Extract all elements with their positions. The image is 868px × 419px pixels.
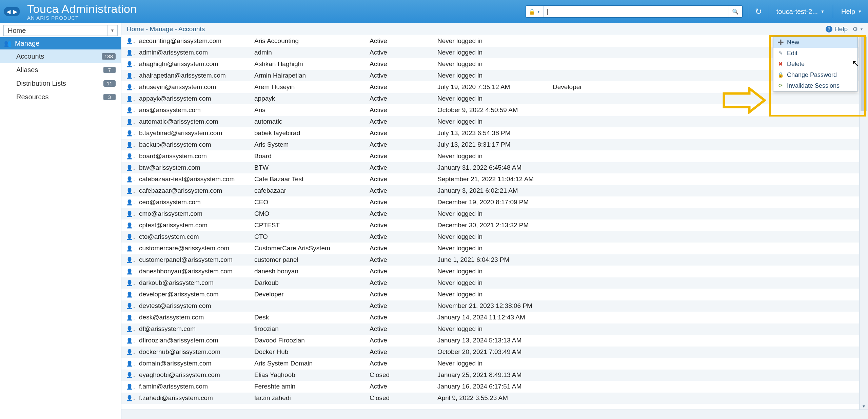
search-input[interactable] — [544, 8, 729, 15]
scrollbar-thumb[interactable] — [861, 37, 867, 111]
nav-history: ◀ ▶ — [4, 7, 20, 16]
table-row[interactable]: 👤btw@arissystem.comBTWActiveJanuary 31, … — [121, 162, 868, 173]
table-row[interactable]: 👤ahuseyin@arissystem.comArem HuseyinActi… — [121, 81, 868, 93]
row-last-login: Never logged in — [434, 277, 549, 289]
table-row[interactable]: 👤customerpanel@arissystem.comcustomer pa… — [121, 254, 868, 266]
chevron-down-icon: ▼ — [858, 9, 862, 14]
row-email: cto@arissystem.com — [136, 231, 251, 243]
user-icon: 👤 — [126, 268, 136, 275]
sidebar-item-accounts[interactable]: Accounts138 — [0, 49, 121, 63]
table-row[interactable]: 👤customercare@arissystem.comCustomerCare… — [121, 243, 868, 254]
table-row[interactable]: 👤f.zahedi@arissystem.comfarzin zahediClo… — [121, 392, 868, 404]
table-row[interactable]: 👤eyaghoobi@arissystem.comElias YaghoobiC… — [121, 369, 868, 381]
table-row[interactable]: 👤ahairapetian@arissystem.comArmin Hairap… — [121, 70, 868, 81]
invalidate_sessions-icon: ⟳ — [777, 83, 784, 89]
row-email: eyaghoobi@arissystem.com — [136, 369, 251, 381]
row-role — [549, 208, 631, 219]
table-row[interactable]: 👤daneshbonyan@arissystem.comdanesh bonya… — [121, 266, 868, 277]
home-dropdown[interactable]: Home ▼ — [3, 25, 118, 36]
table-row[interactable]: 👤ceo@arissystem.comCEOActiveDecember 19,… — [121, 196, 868, 208]
row-role — [549, 139, 631, 150]
table-row[interactable]: 👤backup@arissystem.comAris SystemActiveJ… — [121, 139, 868, 150]
row-last-login: September 21, 2022 11:04:12 AM — [434, 173, 549, 185]
context-menu-delete[interactable]: ✖Delete — [773, 59, 857, 69]
help-menu[interactable]: Help ▼ — [839, 8, 864, 16]
table-row[interactable]: 👤cafebazaar-test@arissystem.comCafe Baza… — [121, 173, 868, 185]
row-status: Active — [366, 116, 434, 127]
row-name: cafebazaar — [251, 185, 366, 196]
context-menu-new[interactable]: ➕New — [773, 37, 857, 48]
row-icon-cell: 👤 — [121, 266, 136, 277]
sidebar: Home ▼ 👥 Manage Accounts138Aliases7Distr… — [0, 23, 121, 419]
row-name — [251, 300, 366, 312]
row-icon-cell: 👤 — [121, 139, 136, 150]
table-row[interactable]: 👤board@arissystem.comBoardActiveNever lo… — [121, 150, 868, 162]
table-row[interactable]: 👤domain@arissystem.comAris System Domain… — [121, 358, 868, 369]
nav-back-button[interactable]: ◀ — [5, 8, 12, 15]
table-row[interactable]: 👤admin@arissystem.comadminActiveNever lo… — [121, 47, 868, 58]
row-email: appayk@arissystem.com — [136, 93, 251, 104]
separator — [749, 5, 749, 18]
row-last-login: January 31, 2022 6:45:48 AM — [434, 162, 549, 173]
table-row[interactable]: 👤cto@arissystem.comCTOActiveNever logged… — [121, 231, 868, 243]
row-icon-cell: 👤 — [121, 173, 136, 185]
row-status: Active — [366, 300, 434, 312]
row-status: Active — [366, 70, 434, 81]
row-status: Active — [366, 231, 434, 243]
table-row[interactable]: 👤aris@arissystem.comArisActiveOctober 9,… — [121, 104, 868, 116]
user-icon: 👤 — [126, 106, 136, 113]
gear-icon[interactable]: ⚙ — [852, 25, 858, 33]
row-role — [549, 173, 631, 185]
table-row[interactable]: 👤desk@arissystem.comDeskActiveJanuary 14… — [121, 312, 868, 323]
table-row[interactable]: 👤devtest@arissystem.comActiveNovember 21… — [121, 300, 868, 312]
table-row[interactable]: 👤automatic@arissystem.comautomaticActive… — [121, 116, 868, 127]
row-icon-cell: 👤 — [121, 185, 136, 196]
table-row[interactable]: 👤cafebazaar@arissystem.comcafebazaarActi… — [121, 185, 868, 196]
separator — [833, 5, 833, 18]
search-scope-dropdown[interactable]: 🔒 ▼ — [526, 6, 544, 17]
context-menu-change_password[interactable]: 🔒Change Password — [773, 69, 857, 80]
row-last-login: Never logged in — [434, 208, 549, 219]
row-name: automatic — [251, 116, 366, 127]
row-role — [549, 243, 631, 254]
row-last-login: Never logged in — [434, 243, 549, 254]
table-row[interactable]: 👤b.tayebirad@arissystem.combabek tayebir… — [121, 127, 868, 139]
table-row[interactable]: 👤cptest@arissystem.comCPTESTActiveDecemb… — [121, 219, 868, 231]
context-menu-label: New — [787, 39, 799, 46]
context-menu-edit[interactable]: ✎Edit — [773, 48, 857, 59]
table-row[interactable]: 👤darkoub@arissystem.comDarkoubActiveNeve… — [121, 277, 868, 289]
user-icon: 👤 — [126, 371, 136, 378]
context-menu-invalidate_sessions[interactable]: ⟳Invalidate Sessions — [773, 80, 857, 91]
context-help-button[interactable]: ? Help — [826, 25, 848, 33]
user-icon: 👤 — [126, 348, 136, 355]
nav-forward-button[interactable]: ▶ — [12, 8, 18, 15]
table-row[interactable]: 👤f.amin@arissystem.comFereshte aminActiv… — [121, 381, 868, 392]
table-row[interactable]: 👤ahaghighi@arissystem.comAshkan Haghighi… — [121, 58, 868, 70]
row-icon-cell: 👤 — [121, 219, 136, 231]
table-row[interactable]: 👤accounting@arissystem.comAris Accountin… — [121, 35, 868, 47]
breadcrumb-home[interactable]: Home — [127, 25, 144, 33]
gear-menu-button[interactable]: ▾ — [861, 27, 863, 32]
breadcrumb-manage[interactable]: Manage — [150, 25, 173, 33]
reload-button[interactable]: ↻ — [755, 7, 762, 16]
table-row[interactable]: 👤appayk@arissystem.comappaykActiveNever … — [121, 93, 868, 104]
table-row[interactable]: 👤dockerhub@arissystem.comDocker HubActiv… — [121, 346, 868, 358]
row-status: Active — [366, 208, 434, 219]
sidebar-item-aliases[interactable]: Aliases7 — [0, 63, 121, 77]
breadcrumb-accounts: Accounts — [178, 25, 205, 33]
row-email: cafebazaar@arissystem.com — [136, 185, 251, 196]
table-row[interactable]: 👤df@arissystem.comfiroozianActiveNever l… — [121, 323, 868, 335]
vertical-scrollbar[interactable]: ▾ — [859, 35, 868, 410]
table-row[interactable]: 👤cmo@arissystem.comCMOActiveNever logged… — [121, 208, 868, 219]
sidebar-item-resources[interactable]: Resources3 — [0, 90, 121, 104]
user-icon: 👤 — [126, 118, 136, 125]
user-menu[interactable]: touca-test-2... ▼ — [774, 8, 827, 16]
row-icon-cell: 👤 — [121, 243, 136, 254]
sidebar-section-manage[interactable]: 👥 Manage — [0, 37, 121, 49]
table-row[interactable]: 👤dfiroozian@arissystem.comDavood Firoozi… — [121, 335, 868, 346]
search-button[interactable]: 🔍 — [729, 6, 742, 17]
table-row[interactable]: 👤developer@arissystem.comDeveloperActive… — [121, 289, 868, 300]
scroll-down-icon[interactable]: ▾ — [860, 403, 868, 409]
sidebar-item-distribution-lists[interactable]: Distribution Lists11 — [0, 77, 121, 90]
row-role — [549, 185, 631, 196]
